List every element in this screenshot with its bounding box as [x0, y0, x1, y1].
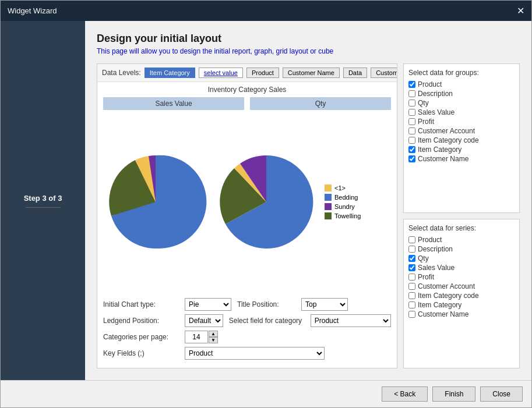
series-sales-value-label: Sales Value	[418, 264, 455, 272]
legend-color-sundry	[325, 203, 332, 210]
series-customer-account: Customer Account	[408, 282, 515, 290]
series-item-category-label: Item Category	[418, 301, 461, 309]
title-bar: Widget Wizard ✕	[1, 1, 531, 21]
group-customer-account: Customer Account	[408, 127, 515, 135]
series-sales-value: Sales Value	[408, 264, 515, 272]
series-item-category-code-checkbox[interactable]	[408, 292, 415, 299]
tab-customer-name[interactable]: Customer Name	[283, 68, 340, 78]
tab-select-value[interactable]: select value	[199, 68, 243, 78]
group-qty-checkbox[interactable]	[408, 100, 415, 107]
group-customer-name-checkbox[interactable]	[408, 155, 415, 162]
legend-pos-row: Ledgend Position: Default Top Bottom Lef…	[103, 314, 391, 327]
chart-header-qty: Qty	[250, 97, 391, 110]
tab-customize[interactable]: Customize C	[371, 68, 397, 78]
window-body: Step 3 of 3 Design your initial layout T…	[1, 21, 531, 380]
series-item-category-checkbox[interactable]	[408, 301, 415, 308]
data-levels-label: Data Levels:	[102, 69, 141, 77]
series-qty-label: Qty	[418, 254, 429, 262]
tab-data[interactable]: Data	[343, 68, 367, 78]
series-qty: Qty	[408, 254, 515, 262]
legend-item-towelling: Towelling	[325, 212, 361, 219]
pie-chart-sales	[103, 150, 208, 254]
group-item-category-code: Item Category code	[408, 136, 515, 144]
data-levels-bar: Data Levels: Item Category select value …	[97, 64, 397, 82]
series-customer-account-label: Customer Account	[418, 282, 475, 290]
group-description-label: Description	[418, 90, 453, 98]
series-description-label: Description	[418, 245, 453, 253]
chart-type-select[interactable]: Pie Bar Line	[185, 298, 231, 311]
window-close-button[interactable]: ✕	[517, 5, 524, 16]
footer: < Back Finish Close	[1, 380, 531, 407]
group-sales-value-checkbox[interactable]	[408, 109, 415, 116]
series-description-checkbox[interactable]	[408, 246, 415, 253]
categories-label: Categories per page:	[103, 333, 179, 341]
series-profit-checkbox[interactable]	[408, 274, 415, 281]
widget-wizard-window: Widget Wizard ✕ Step 3 of 3 Design your …	[0, 0, 532, 408]
group-item-category-checkbox[interactable]	[408, 146, 415, 153]
tab-product[interactable]: Product	[246, 68, 279, 78]
key-fields-select[interactable]: Product Item Category Customer Name	[185, 347, 325, 360]
series-item-category: Item Category	[408, 301, 515, 309]
group-description-checkbox[interactable]	[408, 90, 415, 97]
group-customer-name: Customer Name	[408, 155, 515, 163]
title-pos-label: Title Position:	[237, 300, 295, 308]
group-customer-account-label: Customer Account	[418, 127, 475, 135]
series-customer-name-checkbox[interactable]	[408, 311, 415, 318]
group-item-category-code-label: Item Category code	[418, 136, 479, 144]
step-line	[26, 207, 61, 208]
legend-label-1: <1>	[334, 185, 346, 191]
close-button[interactable]: Close	[480, 386, 523, 402]
sidebar: Step 3 of 3	[1, 21, 85, 380]
group-profit: Profit	[408, 118, 515, 126]
series-customer-account-checkbox[interactable]	[408, 283, 415, 290]
group-profit-checkbox[interactable]	[408, 118, 415, 125]
group-customer-account-checkbox[interactable]	[408, 127, 415, 134]
window-title: Widget Wizard	[8, 6, 57, 15]
chart-title: Inventory Category Sales	[97, 82, 397, 97]
group-qty: Qty	[408, 99, 515, 107]
bottom-controls: Initial Chart type: Pie Bar Line Title P…	[97, 293, 397, 368]
categories-row: Categories per page: ▲ ▼	[103, 331, 391, 343]
group-item-category-label: Item Category	[418, 146, 461, 154]
series-panel: Select data for series: Product Descript…	[403, 219, 520, 368]
group-item-category-code-checkbox[interactable]	[408, 137, 415, 144]
legend-pos-select[interactable]: Default Top Bottom Left Right	[185, 314, 223, 327]
spinner-down[interactable]: ▼	[209, 337, 218, 343]
group-item-category: Item Category	[408, 146, 515, 154]
key-fields-label: Key Fields (;)	[103, 349, 179, 357]
group-customer-name-label: Customer Name	[418, 155, 468, 163]
back-button[interactable]: < Back	[382, 386, 428, 402]
legend-pos-label: Ledgend Position:	[103, 317, 179, 325]
pie-chart-qty	[214, 150, 319, 254]
category-field-label: Select field for category	[229, 317, 305, 325]
series-customer-name-label: Customer Name	[418, 310, 468, 318]
legend-color-bedding	[325, 194, 332, 201]
spinner-up[interactable]: ▲	[209, 331, 218, 337]
group-product-label: Product	[418, 80, 442, 88]
legend-label-bedding: Bedding	[334, 194, 358, 201]
group-sales-value: Sales Value	[408, 108, 515, 116]
groups-panel-title: Select data for groups:	[408, 69, 515, 77]
group-profit-label: Profit	[418, 118, 434, 126]
series-sales-value-checkbox[interactable]	[408, 264, 415, 271]
page-title: Design your initial layout	[97, 33, 520, 45]
legend-item-sundry: Sundry	[325, 203, 361, 210]
series-qty-checkbox[interactable]	[408, 255, 415, 262]
group-description: Description	[408, 90, 515, 98]
series-product-label: Product	[418, 236, 442, 244]
content-area: Data Levels: Item Category select value …	[97, 63, 520, 368]
group-product-checkbox[interactable]	[408, 81, 415, 88]
group-qty-label: Qty	[418, 99, 429, 107]
legend-color-towelling	[325, 212, 332, 219]
title-pos-select[interactable]: Top Bottom None	[301, 298, 348, 311]
main-content: Design your initial layout This page wil…	[85, 21, 531, 380]
group-sales-value-label: Sales Value	[418, 108, 455, 116]
categories-input[interactable]	[185, 331, 208, 343]
category-field-select[interactable]: Product Item Category Customer Name	[311, 314, 391, 327]
finish-button[interactable]: Finish	[432, 386, 475, 402]
page-subtitle: This page will allow you to design the i…	[97, 47, 520, 55]
series-customer-name: Customer Name	[408, 310, 515, 318]
key-fields-row: Key Fields (;) Product Item Category Cus…	[103, 347, 391, 360]
tab-item-category[interactable]: Item Category	[145, 68, 195, 78]
series-product-checkbox[interactable]	[408, 236, 415, 243]
